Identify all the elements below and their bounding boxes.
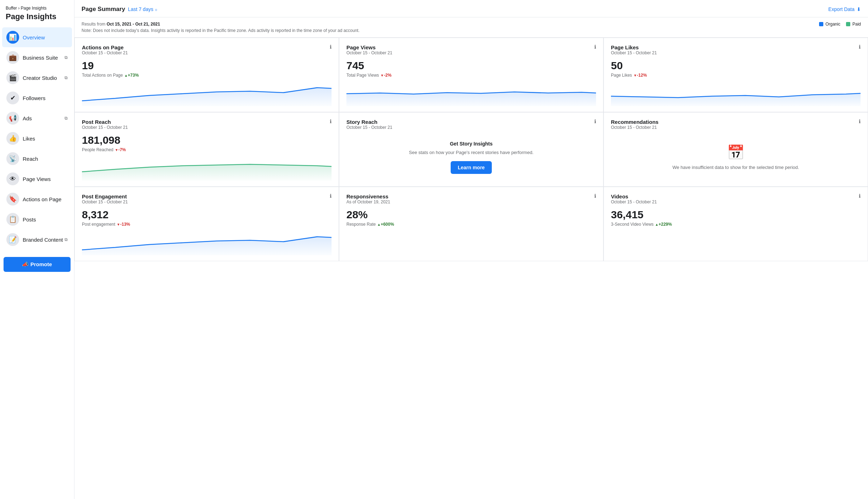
export-data-button[interactable]: Export Data ⬇ xyxy=(828,6,861,12)
info-button-page-views[interactable]: ℹ xyxy=(594,44,596,49)
metric-change-page-views: -2% xyxy=(380,73,391,78)
metric-date-videos: October 15 - October 21 xyxy=(611,199,657,204)
page-summary-bar: Page Summary Last 7 days ⬦ Export Data ⬇ xyxy=(74,0,868,17)
sidebar-item-business-suite[interactable]: 💼 Business Suite ⧉ xyxy=(2,48,72,67)
learn-more-button[interactable]: Learn more xyxy=(451,161,492,174)
info-button-post-reach[interactable]: ℹ xyxy=(330,119,332,124)
legend-item-paid: Paid xyxy=(846,22,861,27)
external-link-icon: ⧉ xyxy=(65,116,68,121)
info-button-videos[interactable]: ℹ xyxy=(859,193,861,198)
calendar-icon: 📅 xyxy=(727,144,745,161)
breadcrumb: Buffer › Page Insights xyxy=(6,6,68,11)
organic-dot xyxy=(819,22,823,26)
metric-title-videos: Videos xyxy=(611,193,657,199)
metric-value-responsiveness: 28% xyxy=(346,209,596,220)
sidebar-item-label: Creator Studio xyxy=(23,75,57,81)
paid-dot xyxy=(846,22,850,26)
metric-title-post-reach: Post Reach xyxy=(82,119,128,125)
metric-sub-page-likes: Page Likes -12% xyxy=(611,73,861,78)
legend-item-organic: Organic xyxy=(819,22,840,27)
metric-card-recommendations: Recommendations October 15 - October 21 … xyxy=(603,112,868,187)
sidebar: Buffer › Page Insights Page Insights 📊 O… xyxy=(0,0,74,499)
info-button-page-likes[interactable]: ℹ xyxy=(859,44,861,49)
metric-card-story-reach: Story Reach October 15 - October 21 ℹ Ge… xyxy=(339,112,603,187)
metric-date-post-reach: October 15 - October 21 xyxy=(82,125,128,130)
branded-content-icon: 📝 xyxy=(6,233,19,246)
sidebar-item-ads[interactable]: 📢 Ads ⧉ xyxy=(2,108,72,128)
metric-date-story-reach: October 15 - October 21 xyxy=(346,125,392,130)
metric-card-post-engagement: Post Engagement October 15 - October 21 … xyxy=(74,187,339,261)
sidebar-item-creator-studio[interactable]: 🎬 Creator Studio ⧉ xyxy=(2,68,72,88)
metric-value-videos: 36,415 xyxy=(611,209,861,220)
metric-sub-actions-on-page: Total Actions on Page +73% xyxy=(82,73,332,78)
external-link-icon: ⧉ xyxy=(65,75,68,80)
metric-card-actions-on-page: Actions on Page October 15 - October 21 … xyxy=(74,38,339,112)
metric-change-videos: +229% xyxy=(655,222,672,227)
actions-on-page-icon: 🔖 xyxy=(6,193,19,205)
sidebar-item-label: Actions on Page xyxy=(23,196,61,202)
metric-sub-page-views: Total Page Views -2% xyxy=(346,73,596,78)
metric-value-post-engagement: 8,312 xyxy=(82,209,332,220)
sidebar-item-label: Branded Content xyxy=(23,237,63,243)
metric-value-actions-on-page: 19 xyxy=(82,60,332,71)
metric-date-page-views: October 15 - October 21 xyxy=(346,50,392,55)
info-button-recommendations[interactable]: ℹ xyxy=(859,119,861,124)
sidebar-item-label: Posts xyxy=(23,216,36,223)
sidebar-item-label: Overview xyxy=(23,34,45,40)
metric-sub-responsiveness: Response Rate +600% xyxy=(346,222,596,227)
sidebar-item-likes[interactable]: 👍 Likes xyxy=(2,128,72,148)
metric-card-page-likes: Page Likes October 15 - October 21 ℹ 50 … xyxy=(603,38,868,112)
metric-value-page-views: 745 xyxy=(346,60,596,71)
sidebar-item-reach[interactable]: 📡 Reach xyxy=(2,149,72,169)
metric-title-page-views: Page Views xyxy=(346,44,392,50)
info-bar-text: Results from Oct 15, 2021 - Oct 21, 2021… xyxy=(82,21,360,34)
reach-icon: 📡 xyxy=(6,152,19,165)
nav-section: 📊 Overview 💼 Business Suite ⧉ 🎬 Creator … xyxy=(0,24,74,253)
metric-title-page-likes: Page Likes xyxy=(611,44,657,50)
metric-header-actions-on-page: Actions on Page October 15 - October 21 … xyxy=(82,44,332,59)
metric-change-responsiveness: +600% xyxy=(377,222,394,227)
metric-title-post-engagement: Post Engagement xyxy=(82,193,128,199)
info-button-story-reach[interactable]: ℹ xyxy=(594,119,596,124)
sidebar-item-posts[interactable]: 📋 Posts xyxy=(2,209,72,229)
recommendations-empty-text: We have insufficient data to show for th… xyxy=(672,164,799,171)
sidebar-item-branded-content[interactable]: 📝 Branded Content ⧉ xyxy=(2,230,72,250)
legend: OrganicPaid xyxy=(819,22,861,27)
sidebar-item-label: Ads xyxy=(23,115,32,121)
info-button-responsiveness[interactable]: ℹ xyxy=(594,193,596,198)
page-views-icon: 👁 xyxy=(6,172,19,185)
sidebar-item-followers[interactable]: ✔ Followers xyxy=(2,88,72,108)
sidebar-item-label: Followers xyxy=(23,95,45,101)
sidebar-item-actions-on-page[interactable]: 🔖 Actions on Page xyxy=(2,189,72,209)
likes-icon: 👍 xyxy=(6,132,19,145)
chart-area-page-likes xyxy=(611,81,861,106)
metrics-grid: Actions on Page October 15 - October 21 … xyxy=(74,38,868,261)
metric-change-actions-on-page: +73% xyxy=(124,73,139,78)
page-summary-left: Page Summary Last 7 days ⬦ xyxy=(82,6,157,13)
metric-sub-post-reach: People Reached -7% xyxy=(82,147,332,152)
external-link-icon: ⧉ xyxy=(65,55,68,60)
chart-area-post-reach xyxy=(82,156,332,181)
metric-header-story-reach: Story Reach October 15 - October 21 ℹ xyxy=(346,119,596,133)
chart-area-post-engagement xyxy=(82,230,332,255)
chevron-down-icon: ⬦ xyxy=(155,6,157,12)
sidebar-item-label: Page Views xyxy=(23,176,51,182)
metric-value-post-reach: 181,098 xyxy=(82,134,332,146)
overview-icon: 📊 xyxy=(6,31,19,44)
metric-sub-videos: 3-Second Video Views +229% xyxy=(611,222,861,227)
page-title: Page Insights xyxy=(6,12,68,21)
info-button-post-engagement[interactable]: ℹ xyxy=(330,193,332,198)
info-button-actions-on-page[interactable]: ℹ xyxy=(330,44,332,49)
metric-date-recommendations: October 15 - October 21 xyxy=(611,125,658,130)
story-empty-title: Get Story Insights xyxy=(450,141,493,147)
sidebar-item-overview[interactable]: 📊 Overview xyxy=(2,27,72,47)
sidebar-item-label: Reach xyxy=(23,156,38,162)
metric-change-post-engagement: -13% xyxy=(117,222,130,227)
metric-header-post-engagement: Post Engagement October 15 - October 21 … xyxy=(82,193,332,208)
chart-area-actions-on-page xyxy=(82,81,332,106)
promote-button[interactable]: 📣 Promote xyxy=(4,257,71,272)
metric-header-post-reach: Post Reach October 15 - October 21 ℹ xyxy=(82,119,332,133)
metric-date-page-likes: October 15 - October 21 xyxy=(611,50,657,55)
sidebar-item-page-views[interactable]: 👁 Page Views xyxy=(2,169,72,189)
date-range-selector[interactable]: Last 7 days ⬦ xyxy=(128,6,158,12)
